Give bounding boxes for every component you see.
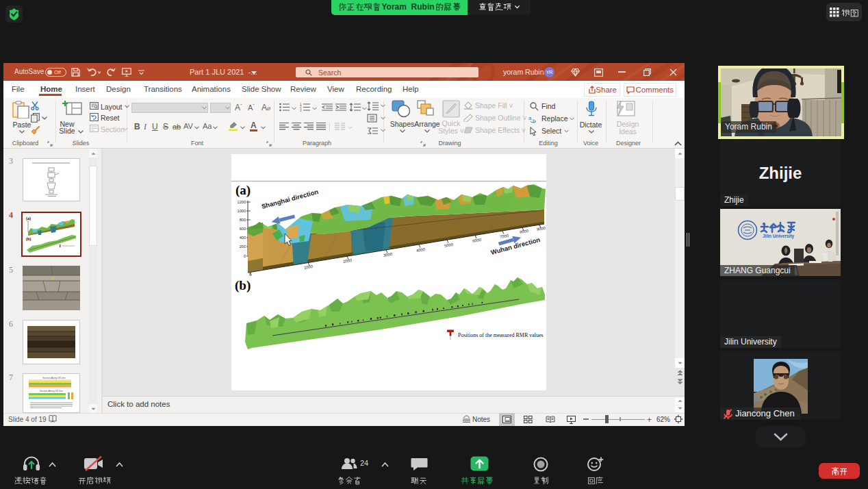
svg-text:Section Along DK line: Section Along DK line xyxy=(40,390,63,392)
svg-text:(b): (b) xyxy=(235,278,251,293)
svg-text:3: 3 xyxy=(300,109,302,112)
svg-text:Section Along DK line: Section Along DK line xyxy=(42,377,66,379)
svg-text:Positions of the measured RMR: Positions of the measured RMR values xyxy=(458,332,544,338)
svg-text:(b): (b) xyxy=(26,237,31,242)
svg-text:0: 0 xyxy=(244,254,246,258)
svg-text:800: 800 xyxy=(240,218,246,222)
svg-text:(a): (a) xyxy=(26,216,31,221)
svg-text:400: 400 xyxy=(240,236,246,240)
svg-text:200: 200 xyxy=(240,244,246,249)
svg-text:1000: 1000 xyxy=(238,209,246,213)
svg-text:1200: 1200 xyxy=(238,200,246,204)
svg-text:600: 600 xyxy=(240,227,246,231)
svg-text:(a): (a) xyxy=(235,183,251,198)
svg-text:a: a xyxy=(528,115,532,121)
svg-text:Jilin University: Jilin University xyxy=(763,234,795,239)
